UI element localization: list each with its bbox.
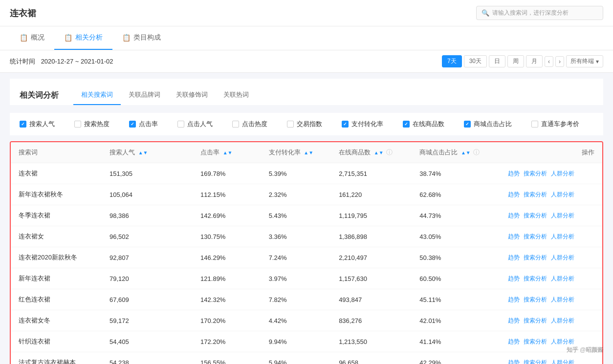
cell-keyword-3: 连衣裙女: [11, 226, 102, 247]
action-trend-2[interactable]: 趋势: [508, 212, 520, 220]
th-keyword: 搜索词: [11, 142, 102, 163]
time-controls: 7天 30天 日 周 月 ‹ › 所有终端 ▾: [442, 55, 603, 67]
checkbox-mall-pct[interactable]: [464, 121, 471, 128]
action-search-analysis-2[interactable]: 搜索分析: [524, 212, 547, 220]
filter-search-popularity[interactable]: 搜索人气: [20, 120, 55, 128]
device-selector[interactable]: 所有终端 ▾: [566, 55, 603, 67]
filter-click-popularity[interactable]: 点击人气: [177, 120, 213, 128]
cell-keyword-6: 红色连衣裙: [11, 289, 102, 310]
th-cvr[interactable]: 支付转化率 ▲▼: [261, 142, 331, 163]
tab-overview[interactable]: 📋 概况: [10, 26, 54, 50]
action-search-analysis-8[interactable]: 搜索分析: [524, 338, 547, 346]
th-popularity[interactable]: 搜索人气 ▲▼: [102, 142, 193, 163]
chevron-down-icon: ▾: [596, 58, 599, 65]
th-products[interactable]: 在线商品数 ▲▼ ⓘ: [331, 142, 412, 163]
watermark: 知乎 @昭颜酱: [567, 346, 603, 354]
filter-cvr[interactable]: 支付转化率: [342, 120, 383, 128]
sort-ctr-icon: ▲▼: [223, 150, 233, 155]
cell-ctr-3: 130.75%: [193, 226, 261, 247]
action-crowd-analysis-7[interactable]: 人群分析: [551, 317, 574, 325]
time-btn-7day[interactable]: 7天: [442, 55, 462, 67]
cell-keyword-1: 新年连衣裙秋冬: [11, 184, 102, 205]
action-crowd-analysis-1[interactable]: 人群分析: [551, 191, 574, 199]
table-row: 连衣裙女 96,502 130.75% 3.36% 1,386,898 43.0…: [11, 226, 602, 247]
cell-mall-pct-1: 62.68%: [412, 184, 500, 205]
table-row: 连衣裙 151,305 169.78% 5.39% 2,715,351 38.7…: [11, 163, 602, 184]
action-search-analysis-0[interactable]: 搜索分析: [524, 170, 547, 178]
action-trend-9[interactable]: 趋势: [508, 359, 520, 364]
info-products-icon: ⓘ: [386, 149, 393, 156]
action-crowd-analysis-8[interactable]: 人群分析: [551, 338, 574, 346]
checkbox-click-heat[interactable]: [232, 121, 239, 128]
filter-ref-price[interactable]: 直通车参考价: [531, 120, 579, 128]
filter-transaction-index[interactable]: 交易指数: [287, 120, 322, 128]
action-crowd-analysis-3[interactable]: 人群分析: [551, 233, 574, 241]
action-search-analysis-9[interactable]: 搜索分析: [524, 359, 547, 364]
checkbox-ref-price[interactable]: [531, 121, 538, 128]
time-prev-btn[interactable]: ‹: [545, 56, 553, 67]
cell-keyword-8: 针织连衣裙: [11, 331, 102, 352]
action-crowd-analysis-6[interactable]: 人群分析: [551, 296, 574, 304]
action-crowd-analysis-4[interactable]: 人群分析: [551, 254, 574, 262]
checkbox-search-heat[interactable]: [74, 121, 81, 128]
action-crowd-analysis-5[interactable]: 人群分析: [551, 275, 574, 283]
action-search-analysis-7[interactable]: 搜索分析: [524, 317, 547, 325]
checkbox-transaction-index[interactable]: [287, 121, 294, 128]
filter-click-heat[interactable]: 点击热度: [232, 120, 267, 128]
cell-cvr-6: 7.82%: [261, 289, 331, 310]
cell-actions-2: 趋势 搜索分析 人群分析: [500, 205, 602, 226]
time-btn-week[interactable]: 周: [507, 55, 524, 67]
tab-related-analysis[interactable]: 📋 相关分析: [54, 26, 112, 50]
table-row: 新年连衣裙秋冬 105,064 112.15% 2.32% 161,220 62…: [11, 184, 602, 205]
action-trend-6[interactable]: 趋势: [508, 296, 520, 304]
checkbox-online-products[interactable]: [403, 121, 410, 128]
sub-tab-brand[interactable]: 关联品牌词: [121, 86, 168, 105]
cell-products-6: 493,847: [331, 289, 412, 310]
checkbox-cvr[interactable]: [342, 121, 349, 128]
action-trend-0[interactable]: 趋势: [508, 170, 520, 178]
filter-online-products[interactable]: 在线商品数: [403, 120, 444, 128]
action-search-analysis-4[interactable]: 搜索分析: [524, 254, 547, 262]
cell-popularity-0: 151,305: [102, 163, 193, 184]
action-crowd-analysis-0[interactable]: 人群分析: [551, 170, 574, 178]
checkbox-click-popularity[interactable]: [177, 121, 184, 128]
search-box[interactable]: 🔍 请输入搜索词，进行深度分析: [476, 6, 603, 20]
checkbox-search-popularity[interactable]: [20, 121, 26, 128]
cell-popularity-2: 98,386: [102, 205, 193, 226]
action-trend-1[interactable]: 趋势: [508, 191, 520, 199]
action-crowd-analysis-2[interactable]: 人群分析: [551, 212, 574, 220]
th-mall-pct[interactable]: 商城点击占比 ▲▼ ⓘ: [412, 142, 500, 163]
sub-tab-modifier[interactable]: 关联修饰词: [168, 86, 216, 105]
table-row: 针织连衣裙 54,405 172.20% 9.94% 1,213,550 41.…: [11, 331, 602, 352]
cell-keyword-9: 法式复古连衣裙赫本: [11, 352, 102, 364]
cell-popularity-4: 92,807: [102, 247, 193, 268]
action-trend-3[interactable]: 趋势: [508, 233, 520, 241]
time-btn-day[interactable]: 日: [489, 55, 505, 67]
filter-ctr[interactable]: 点击率: [129, 120, 158, 128]
tab-related-icon: 📋: [64, 34, 72, 42]
sub-tab-hot[interactable]: 关联热词: [216, 86, 257, 105]
time-btn-30day[interactable]: 30天: [464, 55, 487, 67]
time-range-label: 统计时间 2020-12-27 ~ 2021-01-02: [10, 57, 113, 66]
action-trend-5[interactable]: 趋势: [508, 275, 520, 283]
filter-search-heat[interactable]: 搜索热度: [74, 120, 109, 128]
filter-mall-pct[interactable]: 商城点击占比: [464, 120, 512, 128]
cell-actions-0: 趋势 搜索分析 人群分析: [500, 163, 602, 184]
action-trend-4[interactable]: 趋势: [508, 254, 520, 262]
tab-category[interactable]: 📋 类目构成: [112, 26, 171, 50]
time-btn-month[interactable]: 月: [526, 55, 543, 67]
action-crowd-analysis-9[interactable]: 人群分析: [551, 359, 574, 364]
action-search-analysis-6[interactable]: 搜索分析: [524, 296, 547, 304]
cell-actions-7: 趋势 搜索分析 人群分析: [500, 310, 602, 331]
checkbox-ctr[interactable]: [129, 121, 136, 128]
action-search-analysis-1[interactable]: 搜索分析: [524, 191, 547, 199]
action-trend-7[interactable]: 趋势: [508, 317, 520, 325]
sub-tab-related-search[interactable]: 相关搜索词: [73, 86, 121, 105]
time-next-btn[interactable]: ›: [555, 56, 564, 67]
action-search-analysis-3[interactable]: 搜索分析: [524, 233, 547, 241]
action-trend-8[interactable]: 趋势: [508, 338, 520, 346]
action-search-analysis-5[interactable]: 搜索分析: [524, 275, 547, 283]
search-icon: 🔍: [482, 9, 489, 17]
cell-mall-pct-8: 41.14%: [412, 331, 500, 352]
th-ctr[interactable]: 点击率 ▲▼: [193, 142, 261, 163]
